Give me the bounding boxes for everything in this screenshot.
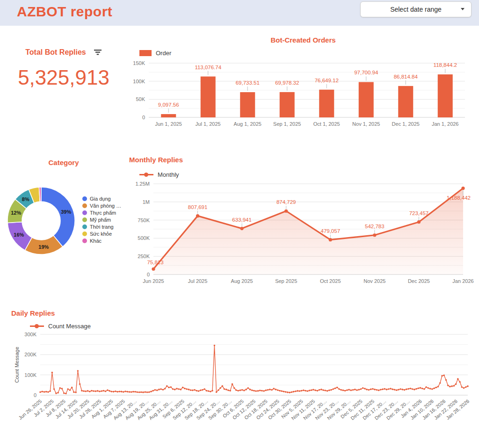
- svg-text:300K: 300K: [24, 332, 36, 337]
- category-legend-dot: [82, 231, 87, 236]
- svg-text:76,649.12: 76,649.12: [315, 78, 339, 83]
- category-legend-item: Thực phẩm: [82, 210, 121, 216]
- orders-chart-title: Bot-Created Orders: [127, 36, 479, 44]
- orders-legend-label: Order: [156, 50, 171, 57]
- category-chart-title: Category: [0, 159, 127, 166]
- category-legend-item: Thời trang: [82, 224, 121, 230]
- svg-text:Oct 2025: Oct 2025: [320, 278, 341, 284]
- orders-chart-card: Bot-Created Orders Order 050K100K150K9,0…: [127, 33, 479, 132]
- svg-text:9,097.56: 9,097.56: [158, 102, 179, 108]
- category-legend-label: Gia dụng: [90, 196, 111, 202]
- svg-text:874,729: 874,729: [276, 199, 296, 205]
- svg-text:Jul 2025: Jul 2025: [188, 278, 208, 284]
- svg-text:97,700.94: 97,700.94: [354, 70, 378, 75]
- category-chart-card: Category 39%19%16%12%8% Gia dụngVăn phòn…: [0, 156, 127, 289]
- category-legend-label: Thực phẩm: [90, 210, 116, 216]
- svg-text:1.25M: 1.25M: [135, 181, 150, 187]
- svg-text:50K: 50K: [136, 96, 145, 102]
- category-legend-dot: [82, 238, 87, 243]
- svg-text:69,978.32: 69,978.32: [275, 80, 299, 86]
- svg-text:19%: 19%: [38, 244, 49, 250]
- filter-icon[interactable]: [94, 49, 102, 56]
- category-legend-dot: [82, 203, 87, 208]
- category-legend-item: Văn phòng …: [82, 203, 121, 209]
- monthly-chart-card: Monthly Replies Monthly 0250K500K750K1M1…: [127, 156, 479, 289]
- date-range-select[interactable]: Select date range: [360, 1, 472, 17]
- orders-legend-swatch: [139, 50, 152, 56]
- svg-text:39%: 39%: [61, 209, 71, 215]
- svg-text:Aug 1, 2025: Aug 1, 2025: [234, 121, 261, 127]
- daily-legend-label: Count Message: [48, 323, 91, 330]
- monthly-area-chart: 0250K500K750K1M1.25M75,813Jun 2025807,69…: [129, 178, 477, 289]
- svg-text:113,076.74: 113,076.74: [195, 65, 221, 70]
- daily-line-chart: 0100K200K300KCount MessageJun 26, 2025Ju…: [11, 330, 479, 432]
- svg-text:0: 0: [34, 392, 36, 398]
- svg-text:Jul 1, 2025: Jul 1, 2025: [196, 121, 221, 127]
- category-legend-dot: [82, 224, 87, 229]
- svg-text:200K: 200K: [24, 352, 36, 357]
- category-legend-label: Thời trang: [90, 224, 114, 230]
- svg-text:Dec 2025: Dec 2025: [408, 278, 430, 284]
- svg-text:Sep 2025: Sep 2025: [275, 278, 297, 284]
- svg-text:Oct 1, 2025: Oct 1, 2025: [313, 121, 340, 127]
- category-legend-item: Khác: [82, 238, 121, 244]
- svg-text:16%: 16%: [14, 232, 24, 238]
- category-legend-item: Gia dụng: [82, 196, 121, 202]
- svg-text:75,813: 75,813: [147, 260, 163, 265]
- daily-section: Daily Replies Count Message 0100K200K300…: [0, 309, 479, 432]
- svg-text:479,057: 479,057: [320, 228, 340, 234]
- category-legend-dot: [82, 196, 87, 201]
- svg-text:Jun 1, 2025: Jun 1, 2025: [155, 121, 182, 127]
- total-bot-replies-card: Total Bot Replies 5,325,913: [0, 33, 127, 132]
- svg-text:Dec 1, 2025: Dec 1, 2025: [392, 121, 420, 127]
- category-legend-label: Sức khỏe: [90, 231, 112, 237]
- chevron-down-icon: [461, 8, 464, 10]
- svg-text:Nov 1, 2025: Nov 1, 2025: [352, 121, 380, 127]
- monthly-chart-title: Monthly Replies: [129, 156, 479, 164]
- daily-legend: Count Message: [30, 323, 479, 330]
- top-section: Total Bot Replies 5,325,913 Bot-Created …: [0, 26, 479, 132]
- daily-chart-title: Daily Replies: [11, 309, 479, 317]
- svg-text:807,691: 807,691: [188, 204, 208, 210]
- svg-text:500K: 500K: [138, 235, 150, 241]
- svg-text:1,188,442: 1,188,442: [447, 195, 471, 201]
- svg-text:633,941: 633,941: [232, 217, 252, 223]
- category-legend-dot: [82, 217, 87, 222]
- category-legend-item: Sức khỏe: [82, 231, 121, 237]
- svg-text:Jun 2025: Jun 2025: [143, 278, 164, 284]
- header: AZBOT report Select date range: [0, 0, 479, 26]
- svg-text:Nov 2025: Nov 2025: [363, 278, 385, 284]
- category-legend-dot: [82, 210, 87, 215]
- svg-text:1M: 1M: [143, 199, 150, 205]
- category-legend-label: Khác: [90, 238, 102, 244]
- app-title: AZBOT report: [17, 4, 112, 20]
- svg-text:Jan 2026: Jan 2026: [452, 278, 473, 284]
- monthly-legend-line-icon: [139, 174, 153, 175]
- svg-text:8%: 8%: [22, 196, 29, 202]
- monthly-legend: Monthly: [139, 171, 479, 178]
- svg-text:0: 0: [142, 115, 145, 120]
- category-donut-chart: 39%19%16%12%8%: [0, 179, 82, 261]
- monthly-legend-label: Monthly: [158, 171, 179, 178]
- svg-text:12%: 12%: [11, 210, 21, 216]
- svg-text:250K: 250K: [138, 253, 150, 259]
- svg-text:86,814.84: 86,814.84: [394, 74, 418, 79]
- svg-text:0: 0: [147, 272, 150, 277]
- orders-legend: Order: [139, 50, 479, 57]
- svg-text:118,844.2: 118,844.2: [434, 62, 457, 68]
- category-legend-label: Mỹ phẩm: [90, 217, 111, 223]
- svg-text:150K: 150K: [133, 60, 145, 66]
- svg-text:Count Message: Count Message: [14, 347, 20, 383]
- category-legend: Gia dụngVăn phòng …Thực phẩmMỹ phẩmThời …: [82, 195, 121, 245]
- svg-text:723,457: 723,457: [409, 210, 429, 216]
- total-replies-label: Total Bot Replies: [25, 48, 86, 57]
- svg-text:Sep 1, 2025: Sep 1, 2025: [273, 121, 301, 127]
- svg-text:100K: 100K: [133, 79, 145, 84]
- total-replies-value: 5,325,913: [0, 66, 127, 89]
- category-legend-label: Văn phòng …: [90, 203, 121, 209]
- daily-legend-line-icon: [30, 325, 44, 327]
- category-legend-item: Mỹ phẩm: [82, 217, 121, 223]
- middle-section: Category 39%19%16%12%8% Gia dụngVăn phòn…: [0, 156, 479, 289]
- svg-text:100K: 100K: [24, 372, 36, 378]
- svg-text:Aug 2025: Aug 2025: [231, 278, 253, 284]
